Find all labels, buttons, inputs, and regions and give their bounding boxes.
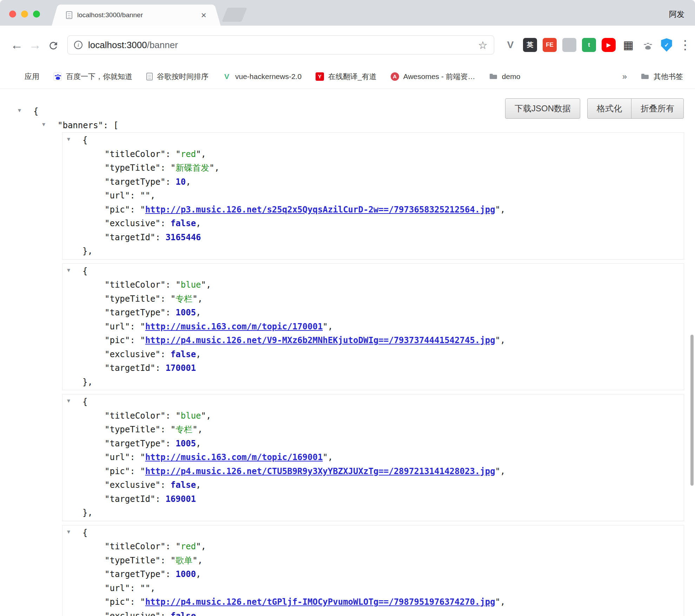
json-line: ▼{	[62, 526, 684, 540]
close-window-button[interactable]	[9, 11, 16, 18]
youtube-icon[interactable]: ▶	[602, 38, 616, 52]
reload-icon[interactable]	[44, 39, 62, 51]
json-number-value: 1005	[176, 439, 196, 448]
bookmark-label: 百度一下，你就知道	[66, 72, 132, 81]
tab-close-icon[interactable]: ×	[201, 11, 206, 20]
collapse-triangle-icon[interactable]: ▼	[67, 398, 70, 404]
download-json-button[interactable]: 下载JSON数据	[505, 98, 580, 119]
json-quote: "	[140, 322, 145, 332]
format-button[interactable]: 格式化	[587, 98, 631, 119]
json-quote: "	[155, 294, 160, 304]
page-icon	[146, 73, 153, 80]
browser-menu-icon[interactable]: ⋮	[679, 38, 691, 52]
json-line: },	[62, 375, 684, 389]
json-comma: ,	[150, 191, 155, 201]
collapse-triangle-icon[interactable]: ▼	[67, 529, 70, 535]
bookmark-item[interactable]: 应用	[12, 72, 39, 81]
json-url-link[interactable]: http://p3.music.126.net/s25q2x5QyqsAzilC…	[145, 205, 495, 215]
green-ext-icon[interactable]: t	[582, 38, 596, 52]
back-icon[interactable]: ←	[8, 39, 26, 51]
json-number-value: 169001	[165, 494, 196, 504]
json-quote: "	[105, 218, 110, 228]
json-key: typeTitle	[110, 556, 155, 565]
browser-tab[interactable]: localhost:3000/banner ×	[59, 5, 213, 26]
json-brace: {	[33, 106, 38, 116]
json-quote: "	[105, 569, 110, 579]
json-string-value: red	[181, 542, 196, 551]
collapse-all-button[interactable]: 折叠所有	[631, 98, 684, 119]
json-quote: "	[105, 597, 110, 607]
json-quote: "	[196, 149, 201, 159]
security-shield-icon[interactable]: ✓	[661, 38, 673, 52]
json-quote: "	[192, 556, 197, 565]
gray-ext-icon[interactable]	[562, 38, 576, 52]
bookmark-item[interactable]: 谷歌按时间排序	[146, 72, 208, 81]
json-colon: :	[130, 335, 140, 345]
json-url-link[interactable]: http://p4.music.126.net/tGPljf-IMOCyPvum…	[145, 597, 495, 607]
translate-icon[interactable]: 英	[523, 38, 537, 52]
json-brace: },	[82, 377, 93, 387]
address-bar[interactable]: i localhost:3000/banner ☆	[67, 35, 494, 54]
json-quote: "	[155, 611, 160, 616]
bookmark-item[interactable]: Vvue-hackernews-2.0	[223, 72, 302, 81]
json-string-value: blue	[181, 280, 201, 290]
json-quote: "	[196, 542, 201, 551]
paw-ext-icon[interactable]	[641, 38, 655, 52]
json-string-value: blue	[181, 411, 201, 421]
bookmark-item[interactable]: demo	[489, 72, 521, 81]
json-colon: :	[165, 280, 176, 290]
json-url-link[interactable]: http://music.163.com/m/topic/169001	[145, 452, 323, 462]
json-quote: "	[140, 335, 145, 345]
fullscreen-window-button[interactable]	[33, 11, 40, 18]
json-url-link[interactable]: http://music.163.com/m/topic/170001	[145, 322, 323, 332]
json-quote: "	[150, 494, 155, 504]
json-url-link[interactable]: http://p4.music.126.net/CTU5B9R9y3XyYBZX…	[145, 466, 495, 476]
folder-icon	[489, 72, 498, 81]
bookmarks-overflow-chevron-icon[interactable]: »	[622, 72, 627, 81]
json-key: url	[110, 452, 125, 462]
json-string-value: 新碟首发	[176, 163, 209, 173]
json-quote: "	[323, 322, 327, 332]
page-info-icon[interactable]: i	[74, 41, 82, 49]
collapse-triangle-icon[interactable]: ▼	[67, 137, 70, 142]
json-quote: "	[140, 583, 145, 593]
json-line: ▼{	[62, 395, 684, 409]
minimize-window-button[interactable]	[21, 11, 28, 18]
collapse-triangle-icon[interactable]: ▼	[18, 108, 21, 113]
collapse-triangle-icon[interactable]: ▼	[42, 122, 45, 127]
json-line: "typeTitle": "歌单",	[62, 554, 684, 568]
url-host: localhost:3000	[88, 40, 147, 50]
json-actions: 下载JSON数据 格式化 折叠所有	[505, 98, 684, 119]
json-quote: "	[105, 322, 110, 332]
vimium-icon[interactable]: V	[503, 38, 517, 52]
json-key: targetId	[110, 494, 150, 504]
bookmark-item[interactable]: AAwesomes - 前端资…	[391, 72, 475, 81]
json-line: ▼{	[62, 133, 684, 148]
json-quote: "	[209, 163, 214, 173]
json-boolean-value: false	[171, 218, 196, 228]
collapse-triangle-icon[interactable]: ▼	[67, 268, 70, 273]
json-quote: "	[105, 280, 110, 290]
json-quote: "	[155, 218, 160, 228]
new-tab-button[interactable]	[222, 8, 247, 22]
fe-icon[interactable]: FE	[543, 38, 557, 52]
bookmark-item[interactable]: 百度一下，你就知道	[53, 72, 132, 81]
json-line: "targetType": 10,	[62, 175, 684, 189]
other-bookmarks[interactable]: 其他书签	[641, 72, 683, 81]
json-url-link[interactable]: http://p4.music.126.net/V9-MXz6b2MNhEKju…	[145, 335, 495, 345]
scrollbar[interactable]	[690, 335, 694, 486]
banner-object-box: ▼{"titleColor": "red","typeTitle": "新碟首发…	[62, 132, 684, 260]
json-brace: {	[82, 135, 87, 145]
format-collapse-group: 格式化 折叠所有	[587, 98, 684, 119]
json-quote: "	[160, 280, 165, 290]
bookmark-star-icon[interactable]: ☆	[478, 39, 488, 51]
folder-icon	[641, 72, 649, 81]
json-quote: "	[155, 349, 160, 359]
json-quote: "	[145, 191, 150, 201]
json-line: "targetId": 169001	[62, 492, 684, 506]
qrcode-icon[interactable]: ▦	[621, 38, 635, 52]
bookmark-item[interactable]: Y在线翻译_有道	[316, 72, 377, 81]
json-key: targetType	[110, 569, 160, 579]
json-quote: "	[105, 556, 110, 565]
json-quote: "	[105, 191, 110, 201]
